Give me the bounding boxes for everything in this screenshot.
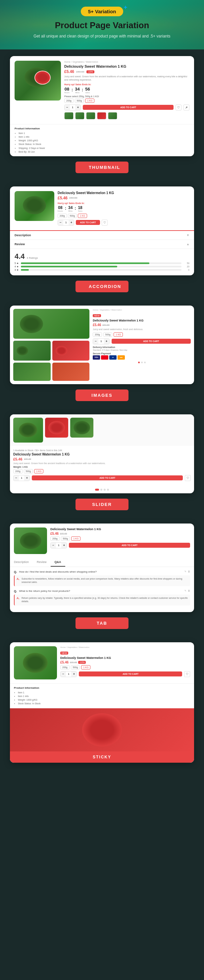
info-item: Stock Status: In Stock (19, 142, 190, 146)
variant-500g[interactable]: 500g (75, 99, 84, 103)
add-to-cart-button[interactable]: ADD TO CART (83, 105, 174, 110)
slider-qty-inc[interactable]: + (24, 476, 30, 481)
slider-v-200g[interactable]: 200g (13, 469, 22, 473)
tab-label[interactable]: TAB (76, 617, 128, 629)
qa-question-2: What is the return policy for most produ… (19, 590, 182, 592)
slider-variants: 200g 500g 1 KG (13, 469, 191, 473)
slider-add-to-cart[interactable]: ADD TO CART (32, 476, 183, 480)
variant-200g[interactable]: 200g (64, 99, 74, 103)
images-card: Home / Vegetables / Watermelon NEW Delic… (10, 305, 194, 384)
variant-1kg[interactable]: 1 KG (85, 99, 94, 103)
sticky-v-500g[interactable]: 500g (71, 665, 80, 670)
thumbnail-5[interactable] (108, 112, 117, 119)
sticky-add-to-cart[interactable]: ADD TO CART (79, 671, 182, 676)
qa-item-2: Q. What is the return policy for most pr… (14, 590, 190, 605)
qa-edit-button[interactable]: ✎ (185, 570, 187, 573)
sticky-old-price: £60.88 (70, 661, 77, 663)
tab-description[interactable]: Description (10, 558, 33, 566)
gallery-img-2 (13, 341, 51, 361)
images-variants: 200g 500g 1 KG (93, 332, 191, 337)
weight-variants: 200g 500g 1 KG (64, 99, 190, 103)
images-add-to-cart[interactable]: ADD TO CART (112, 339, 191, 344)
slider-v-1kg[interactable]: 1 KG (34, 469, 43, 473)
tab-v-200g[interactable]: 200g (51, 536, 60, 541)
accordion-tab-description[interactable]: Description ▼ (10, 231, 194, 240)
thumbnail-2[interactable] (75, 112, 84, 119)
tab-label: Review (14, 242, 25, 246)
sticky-info-title: Product Information (14, 686, 190, 689)
gallery-img-1 (13, 309, 89, 339)
tab-review[interactable]: Review (33, 558, 51, 566)
thumbnail-1[interactable] (64, 112, 74, 119)
timer-mins: 34 (75, 87, 79, 92)
acc-variant-1kg[interactable]: 1 KG (78, 214, 87, 218)
thumbnail-3[interactable] (86, 112, 95, 119)
payment-icons: VISA PP AMZ (93, 355, 191, 360)
dot-2[interactable] (100, 489, 102, 491)
acc-wishlist[interactable]: ♡ (102, 220, 108, 226)
qty-decrease-button[interactable]: − (65, 105, 70, 110)
tab-qty-dec[interactable]: − (51, 543, 56, 548)
slider-wishlist[interactable]: ♡ (185, 475, 191, 481)
acc-variant-500g[interactable]: 500g (68, 214, 77, 218)
acc-add-to-cart[interactable]: ADD TO CART (76, 220, 100, 225)
sticky-qty-inc[interactable]: + (71, 671, 76, 677)
share-button[interactable]: ↗ (183, 105, 190, 110)
img-variant-500g[interactable]: 500g (103, 332, 112, 337)
sticky-info-item: Stock Status: In Stock (18, 702, 190, 705)
slider-wm-image (13, 418, 43, 442)
accordion-tab-review[interactable]: Review ▲ (10, 240, 194, 249)
images-old-price: £60.88 (102, 324, 109, 326)
qa-delete-button-2[interactable]: 🗑 (188, 590, 190, 592)
tab-v-1kg[interactable]: 1 KG (71, 536, 81, 541)
acc-qty-decrease[interactable]: − (58, 220, 63, 225)
sticky-info-item: Item 1 (18, 691, 190, 694)
gallery-img-5 (52, 363, 90, 381)
tab-qa[interactable]: Q&A (51, 558, 65, 566)
tab-add-to-cart[interactable]: ADD TO CART (69, 543, 190, 548)
tab-qty-val: 1 (56, 544, 61, 547)
sticky-qty-dec[interactable]: − (61, 671, 66, 677)
thumbnail-4[interactable] (97, 112, 106, 119)
dot-4[interactable] (107, 489, 109, 491)
qa-question-1: How do I find the best deals and discoun… (19, 570, 182, 573)
slider-label[interactable]: SLIDER (76, 499, 128, 510)
tab-card: Deliciously Sweet Watermelon 1 KG £5.46 … (10, 523, 194, 612)
qty-increase-button[interactable]: + (75, 105, 81, 110)
timer-label: Hurry up! Sales Ends In: (64, 83, 190, 86)
accordion-label[interactable]: ACCORDION (76, 281, 128, 292)
sticky-info: Home / Vegetables / Watermelon NEW Delic… (60, 646, 190, 679)
tab-price: £5.46 (51, 532, 59, 535)
slider-qty-dec[interactable]: − (14, 476, 19, 481)
img-variant-200g[interactable]: 200g (93, 332, 102, 337)
sticky-breadcrumb: Home / Vegetables / Watermelon (60, 646, 190, 648)
visa-icon: VISA (93, 355, 100, 360)
qa-delete-button[interactable]: 🗑 (188, 570, 190, 573)
ratings-section: 4.4 4 Ratings 5 ★ 50 4 ★ 20 3 ★ 0 (10, 249, 194, 275)
sticky-wishlist[interactable]: ♡ (184, 671, 190, 677)
thumbnail-label[interactable]: THUMBNAIL (76, 162, 128, 173)
acc-qty-increase[interactable]: + (68, 220, 74, 225)
slider-v-500g[interactable]: 500g (24, 469, 33, 473)
img-variant-1kg[interactable]: 1 KG (114, 332, 123, 337)
tab-qty-inc[interactable]: + (61, 543, 66, 548)
sticky-v-1kg[interactable]: 1 KG (81, 665, 90, 670)
acc-product-title: Deliciously Sweet Watermelon 1 KG (58, 191, 190, 195)
sticky-label[interactable]: STICKY (10, 751, 194, 763)
dot-active[interactable] (95, 489, 99, 491)
img-qty-dec[interactable]: − (93, 339, 98, 344)
img-qty-inc[interactable]: + (104, 339, 109, 344)
dot-3[interactable] (104, 489, 106, 491)
images-label[interactable]: IMAGES (76, 390, 128, 401)
qa-edit-button-2[interactable]: ✎ (185, 590, 187, 592)
slider-title: Deliciously Sweet Watermelon 1 KG (13, 452, 191, 456)
tab-navigation: Description Review Q&A (10, 558, 194, 567)
accordion-card: Deliciously Sweet Watermelon 1 KG £5.46 … (10, 186, 194, 275)
amex-icon: AMZ (117, 355, 125, 360)
sticky-v-200g[interactable]: 200g (60, 665, 70, 670)
wishlist-button[interactable]: ♡ (176, 105, 182, 110)
product-thumbnails (64, 112, 190, 119)
acc-qty-val: 1 (63, 221, 68, 224)
tab-v-500g[interactable]: 500g (61, 536, 70, 541)
acc-variant-200g[interactable]: 200g (58, 214, 67, 218)
